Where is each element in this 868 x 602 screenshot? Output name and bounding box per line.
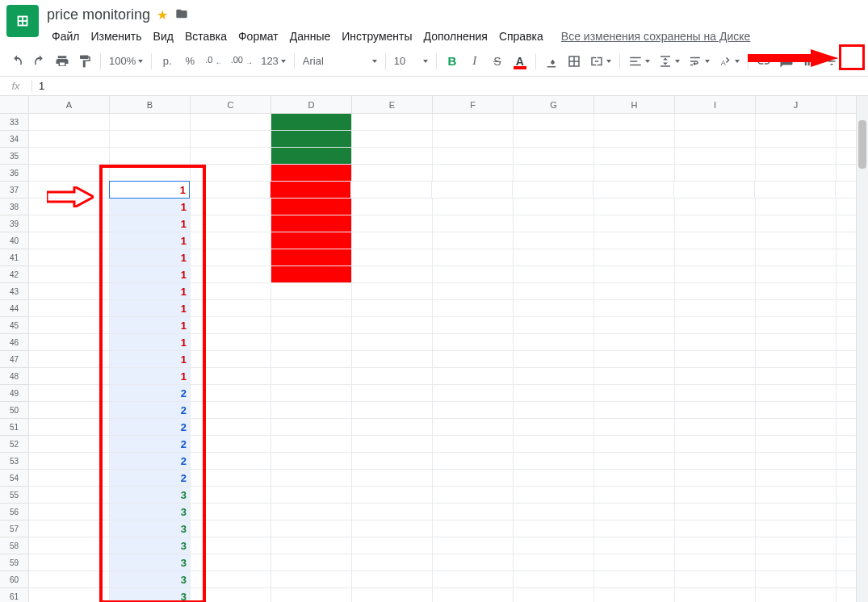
cell[interactable] [29, 470, 110, 487]
cell[interactable] [191, 266, 271, 283]
cell[interactable]: 1 [110, 317, 191, 334]
zoom-select[interactable]: 100% [106, 51, 146, 72]
cell[interactable] [433, 571, 514, 588]
cell[interactable] [29, 199, 110, 215]
halign-button[interactable] [625, 51, 653, 72]
cell[interactable]: 1 [110, 249, 191, 266]
cell[interactable] [675, 266, 756, 283]
cell[interactable] [271, 487, 352, 504]
cell[interactable] [110, 131, 191, 148]
row-header[interactable]: 43 [0, 283, 29, 300]
cell[interactable]: 3 [110, 537, 191, 554]
row-header[interactable]: 46 [0, 334, 29, 351]
cell[interactable] [29, 182, 110, 199]
select-all-corner[interactable] [0, 96, 29, 113]
row-header[interactable]: 41 [0, 249, 29, 266]
cell[interactable] [514, 504, 594, 520]
cell[interactable] [271, 165, 352, 182]
cell[interactable] [675, 368, 756, 385]
cell[interactable] [594, 436, 675, 453]
cell[interactable] [352, 148, 433, 165]
font-size-select[interactable]: 10 [391, 51, 431, 72]
cell[interactable] [271, 131, 352, 148]
col-header-I[interactable]: I [675, 96, 756, 113]
spreadsheet-grid[interactable]: A B C D E F G H I J 33343536371381391401… [0, 96, 868, 602]
row-header[interactable]: 60 [0, 571, 29, 588]
cell[interactable] [594, 419, 675, 436]
cell[interactable] [433, 199, 514, 215]
cell[interactable] [514, 215, 594, 232]
cell[interactable] [271, 385, 352, 402]
cell[interactable] [352, 368, 433, 385]
cell[interactable]: 1 [110, 334, 191, 351]
cell[interactable] [756, 232, 837, 249]
cell[interactable] [756, 554, 837, 571]
cell[interactable] [594, 470, 675, 487]
cell[interactable]: 2 [110, 402, 191, 419]
cell[interactable]: 3 [110, 588, 191, 602]
cell[interactable] [191, 504, 271, 520]
col-header-B[interactable]: B [110, 96, 191, 113]
cell[interactable] [191, 165, 271, 182]
menu-help[interactable]: Справка [494, 27, 548, 46]
cell[interactable] [514, 537, 594, 554]
cell[interactable] [594, 554, 675, 571]
cell[interactable] [352, 537, 433, 554]
cell[interactable] [514, 114, 594, 131]
cell[interactable] [756, 588, 837, 602]
cell[interactable] [594, 266, 675, 283]
cell[interactable] [594, 317, 675, 334]
cell[interactable] [352, 351, 433, 368]
cell[interactable] [191, 317, 271, 334]
cell[interactable] [514, 419, 594, 436]
cell[interactable] [756, 199, 837, 215]
cell[interactable] [352, 131, 433, 148]
cell[interactable] [675, 385, 756, 402]
cell[interactable] [756, 368, 837, 385]
cell[interactable] [593, 182, 674, 199]
cell[interactable] [271, 571, 352, 588]
cell[interactable] [594, 504, 675, 520]
cell[interactable] [29, 300, 110, 317]
cell[interactable] [756, 131, 837, 148]
cell[interactable] [756, 266, 837, 283]
cell[interactable] [675, 300, 756, 317]
cell[interactable] [675, 470, 756, 487]
cell[interactable]: 3 [110, 504, 191, 520]
cell[interactable]: 1 [110, 266, 191, 283]
cell[interactable]: 2 [110, 453, 191, 470]
cell[interactable] [514, 334, 594, 351]
cell[interactable] [594, 453, 675, 470]
text-color-button[interactable]: A [509, 51, 530, 72]
row-header[interactable]: 50 [0, 402, 29, 419]
cell[interactable] [352, 385, 433, 402]
cell[interactable] [270, 182, 351, 199]
cell[interactable] [675, 199, 756, 215]
cell[interactable] [433, 537, 514, 554]
cell[interactable]: 1 [110, 232, 191, 249]
col-header-C[interactable]: C [191, 96, 271, 113]
cell[interactable] [191, 419, 271, 436]
row-header[interactable]: 38 [0, 199, 29, 215]
row-header[interactable]: 34 [0, 131, 29, 148]
cell[interactable] [352, 300, 433, 317]
col-header-G[interactable]: G [514, 96, 594, 113]
cell[interactable] [29, 351, 110, 368]
cell[interactable] [191, 131, 271, 148]
cell[interactable] [594, 215, 675, 232]
row-header[interactable]: 59 [0, 554, 29, 571]
cell[interactable] [755, 182, 836, 199]
row-header[interactable]: 36 [0, 165, 29, 182]
cell[interactable] [594, 537, 675, 554]
cell[interactable] [675, 283, 756, 300]
cell[interactable] [594, 402, 675, 419]
comment-button[interactable] [776, 51, 797, 72]
cell[interactable] [433, 351, 514, 368]
cell[interactable] [190, 182, 270, 199]
cell[interactable] [352, 232, 433, 249]
cell[interactable] [675, 114, 756, 131]
merge-button[interactable] [586, 51, 614, 72]
cell[interactable] [352, 215, 433, 232]
cell[interactable] [29, 114, 110, 131]
cell[interactable] [271, 537, 352, 554]
